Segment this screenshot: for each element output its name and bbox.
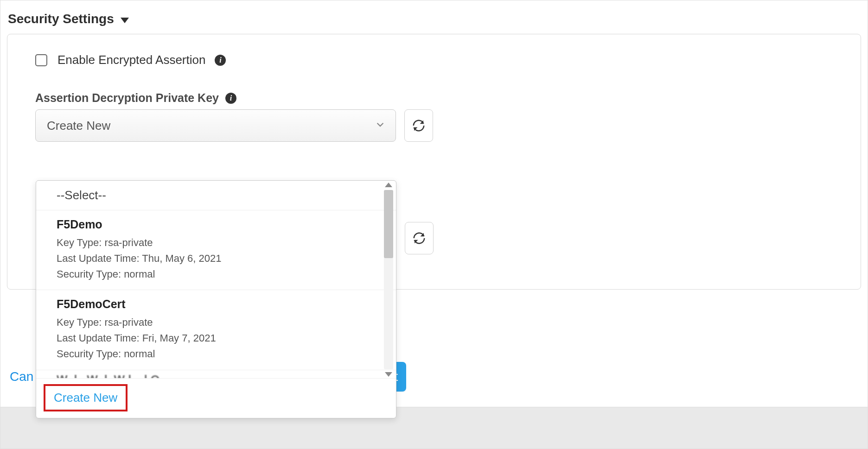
key-type-value: rsa-private bbox=[105, 316, 153, 328]
refresh-icon bbox=[412, 119, 426, 133]
assertion-key-field-label: Assertion Decryption Private Key bbox=[35, 91, 219, 105]
info-icon[interactable]: i bbox=[215, 55, 226, 66]
section-header[interactable]: Security Settings bbox=[0, 0, 868, 30]
key-type-value: rsa-private bbox=[105, 237, 153, 248]
refresh-button[interactable] bbox=[405, 222, 434, 254]
enable-encrypted-assertion-checkbox[interactable] bbox=[35, 54, 47, 66]
dropdown-option-label: --Select-- bbox=[57, 188, 106, 202]
assertion-key-select[interactable]: Create New bbox=[35, 109, 396, 142]
cancel-link[interactable]: Can bbox=[10, 369, 33, 384]
security-type-value: normal bbox=[124, 268, 155, 280]
option-title: W l W l W l l O bbox=[57, 373, 383, 379]
last-update-value: Thu, May 6, 2021 bbox=[142, 253, 221, 264]
enable-encrypted-assertion-label: Enable Encrypted Assertion bbox=[57, 53, 205, 67]
security-type-label: Security Type: bbox=[57, 348, 121, 360]
refresh-icon bbox=[412, 231, 426, 245]
last-update-label: Last Update Time: bbox=[57, 332, 140, 344]
last-update-value: Fri, May 7, 2021 bbox=[142, 332, 216, 344]
info-icon[interactable]: i bbox=[225, 93, 236, 104]
scroll-thumb[interactable] bbox=[384, 190, 393, 258]
scroll-up-icon[interactable] bbox=[385, 183, 392, 187]
option-title: F5DemoCert bbox=[57, 297, 383, 311]
dropdown-option[interactable]: W l W l W l l O bbox=[36, 370, 396, 379]
dropdown-option[interactable]: F5Demo Key Type: rsa-private Last Update… bbox=[36, 210, 396, 290]
section-title: Security Settings bbox=[8, 12, 114, 26]
create-new-option[interactable]: Create New bbox=[44, 384, 128, 411]
key-type-label: Key Type: bbox=[57, 316, 102, 328]
chevron-down-icon bbox=[375, 119, 385, 133]
dropdown-option[interactable]: F5DemoCert Key Type: rsa-private Last Up… bbox=[36, 290, 396, 370]
last-update-label: Last Update Time: bbox=[57, 253, 140, 264]
dropdown-option-placeholder[interactable]: --Select-- bbox=[36, 181, 396, 210]
option-title: F5Demo bbox=[57, 218, 383, 231]
security-type-value: normal bbox=[124, 348, 155, 360]
select-value: Create New bbox=[47, 119, 110, 133]
refresh-button[interactable] bbox=[404, 109, 433, 142]
scroll-track[interactable] bbox=[384, 190, 393, 369]
dropdown-scrollbar[interactable] bbox=[383, 183, 394, 377]
key-type-label: Key Type: bbox=[57, 237, 102, 248]
caret-down-icon bbox=[121, 18, 129, 23]
assertion-key-dropdown: --Select-- F5Demo Key Type: rsa-private … bbox=[36, 180, 396, 418]
scroll-down-icon[interactable] bbox=[385, 372, 392, 377]
security-type-label: Security Type: bbox=[57, 268, 121, 280]
